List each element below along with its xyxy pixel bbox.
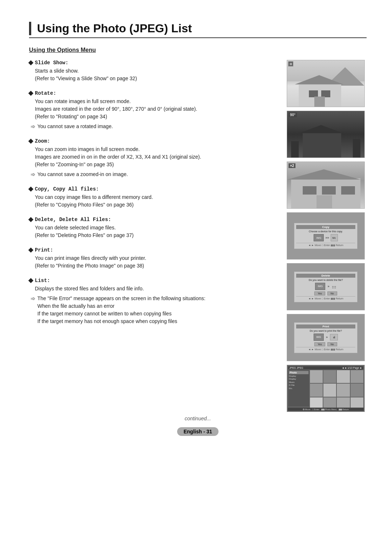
option-slide-show: Slide Show: Starts a slide show. (Refer … xyxy=(29,60,276,82)
option-label-rotate: Rotate: xyxy=(35,90,56,96)
screenshot-print: Print Do you want to print the file? IMG… xyxy=(287,314,365,361)
option-title-list: List: xyxy=(29,278,276,283)
diamond-icon xyxy=(28,91,33,96)
page-title: Using the Photo (JPEG) List xyxy=(29,22,367,35)
option-title-delete: Delete, Delete All Files: xyxy=(29,217,276,222)
diamond-icon xyxy=(28,278,33,283)
option-label-print: Print: xyxy=(35,247,53,253)
option-rotate: Rotate: You can rotate images in full sc… xyxy=(29,90,276,130)
option-body-slide-show: Starts a slide show. (Refer to "Viewing … xyxy=(35,67,276,82)
option-body-rotate: You can rotate images in full screen mod… xyxy=(35,98,276,121)
option-label-copy: Copy, Copy All files: xyxy=(35,186,99,192)
diamond-icon xyxy=(28,139,33,144)
option-title-print: Print: xyxy=(29,247,276,253)
page-number-badge: English - 31 xyxy=(177,427,219,436)
note-zoom: ➾ You cannot save a zoomed-in on image. xyxy=(30,171,276,178)
option-copy: Copy, Copy All files: You can copy image… xyxy=(29,186,276,209)
diamond-icon xyxy=(28,187,33,192)
option-delete: Delete, Delete All Files: You can delete… xyxy=(29,217,276,239)
section-heading: Using the Options Menu xyxy=(29,47,367,53)
note-text-list: The "File Error" message appears on the … xyxy=(37,295,205,325)
note-rotate: ➾ You cannot save a rotated image. xyxy=(30,123,276,130)
continued-text: continued... xyxy=(29,416,367,421)
diamond-icon xyxy=(28,60,33,65)
screenshot-copy: Copy Choose a device for this copy. IMG … xyxy=(287,212,365,260)
main-layout: Slide Show: Starts a slide show. (Refer … xyxy=(29,60,367,412)
option-body-delete: You can delete selected image files. (Re… xyxy=(35,224,276,239)
option-body-zoom: You can zoom into images in full screen … xyxy=(35,146,276,168)
option-label-list: List: xyxy=(35,278,50,283)
option-zoom: Zoom: You can zoom into images in full s… xyxy=(29,138,276,178)
option-title-copy: Copy, Copy All files: xyxy=(29,186,276,192)
option-title-zoom: Zoom: xyxy=(29,138,276,144)
option-body-copy: You can copy image files to a different … xyxy=(35,193,276,209)
note-text-zoom: You cannot save a zoomed-in on image. xyxy=(37,171,128,178)
option-label-slide-show: Slide Show: xyxy=(35,60,68,66)
screenshot-list: JPEG JPEG ◄◄ 1/10 Page ► Photo Display D… xyxy=(287,365,365,412)
option-title-rotate: Rotate: xyxy=(29,90,276,96)
title-divider xyxy=(29,37,367,38)
diamond-icon xyxy=(28,217,33,222)
option-label-delete: Delete, Delete All Files: xyxy=(35,217,111,222)
diamond-icon xyxy=(28,248,33,253)
option-print: Print: You can print image files directl… xyxy=(29,247,276,270)
screenshot-delete: Delete Do you want to delete the file? I… xyxy=(287,263,365,310)
option-title-slide-show: Slide Show: xyxy=(29,60,276,66)
screenshot-zoom: ×2 xyxy=(287,162,365,209)
screenshot-rotate: 90° xyxy=(287,111,365,158)
option-body-print: You can print image files directly with … xyxy=(35,254,276,270)
arrow-icon: ➾ xyxy=(30,295,35,302)
note-list: ➾ The "File Error" message appears on th… xyxy=(30,295,276,325)
option-label-zoom: Zoom: xyxy=(35,138,50,144)
screenshot-slide-show: ⊞ xyxy=(287,60,365,107)
right-column: ⊞ 90° ×2 xyxy=(287,60,367,412)
option-list: List: Displays the stored files and fold… xyxy=(29,278,276,325)
option-body-list: Displays the stored files and folders an… xyxy=(35,285,276,293)
left-column: Slide Show: Starts a slide show. (Refer … xyxy=(29,60,276,412)
arrow-icon: ➾ xyxy=(30,123,35,130)
note-text-rotate: You cannot save a rotated image. xyxy=(37,123,113,130)
arrow-icon: ➾ xyxy=(30,171,35,178)
page-number-wrap: English - 31 xyxy=(29,427,367,436)
